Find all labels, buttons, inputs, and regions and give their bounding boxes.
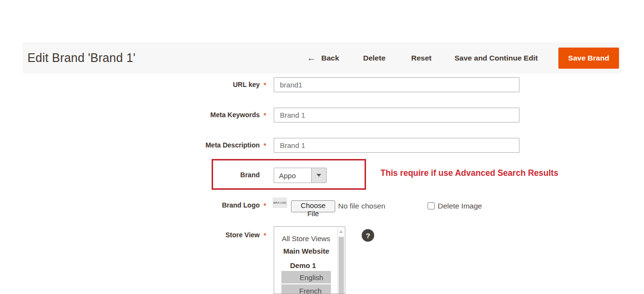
back-arrow-icon: ← <box>307 53 316 62</box>
brand-logo-thumbnail: BRA LOG <box>273 197 287 208</box>
store-view-label: Store View <box>0 231 260 239</box>
scrollbar-thumb[interactable] <box>339 237 344 294</box>
save-and-continue-button[interactable]: Save and Continue Edit <box>455 42 538 74</box>
help-icon[interactable]: ? <box>362 229 374 242</box>
annotation-note: This require if use Advanced Search Resu… <box>380 168 558 178</box>
required-marker: * <box>264 232 266 240</box>
dropdown-arrow-button[interactable] <box>311 168 326 183</box>
meta-keywords-input[interactable] <box>274 108 519 122</box>
delete-image-label[interactable]: Delete Image <box>438 202 482 210</box>
save-brand-button[interactable]: Save Brand <box>558 48 619 69</box>
store-view-multiselect[interactable]: All Store Views Main Website Demo 1 Engl… <box>274 226 345 294</box>
brand-logo-label: Brand Logo <box>0 201 260 209</box>
brand-dropdown-value: Appo <box>274 168 311 183</box>
store-view-option-all[interactable]: All Store Views <box>282 234 330 243</box>
required-marker: * <box>264 142 266 150</box>
store-view-option-label: French <box>281 287 322 294</box>
reset-button[interactable]: Reset <box>411 42 431 74</box>
chevron-down-icon <box>316 174 321 177</box>
store-view-option-label: English <box>281 273 323 282</box>
page-title: Edit Brand 'Brand 1' <box>27 42 136 74</box>
scrollbar-up-icon[interactable] <box>339 230 343 233</box>
page-header: Edit Brand 'Brand 1' ← Back Delete Reset… <box>23 42 621 74</box>
save-and-continue-label: Save and Continue Edit <box>455 54 538 62</box>
required-marker: * <box>264 81 266 89</box>
meta-keywords-label: Meta Keywords <box>0 111 260 119</box>
store-view-option-english-selected[interactable]: English <box>281 271 331 283</box>
brand-label: Brand <box>0 171 260 179</box>
broken-image-icon: BRA LOG <box>273 201 286 204</box>
brand-dropdown[interactable]: Appo <box>274 168 327 183</box>
url-key-input[interactable] <box>274 77 519 92</box>
delete-image-checkbox[interactable] <box>428 202 435 209</box>
delete-button[interactable]: Delete <box>363 42 386 74</box>
store-view-option-french-selected[interactable]: French <box>281 284 331 294</box>
required-marker: * <box>264 202 266 210</box>
back-button[interactable]: ← Back <box>307 42 339 74</box>
reset-button-label: Reset <box>411 54 431 62</box>
required-marker: * <box>264 111 266 120</box>
store-view-option-store[interactable]: Demo 1 <box>290 261 316 270</box>
choose-file-button[interactable]: Choose File <box>291 200 335 212</box>
back-button-label: Back <box>321 54 339 62</box>
store-view-option-website[interactable]: Main Website <box>283 247 329 255</box>
meta-description-label: Meta Description <box>0 141 260 149</box>
delete-button-label: Delete <box>363 54 386 62</box>
scrollbar-track[interactable] <box>337 227 344 294</box>
url-key-label: URL key <box>0 81 260 89</box>
file-status-text: No file chosen <box>338 202 385 210</box>
meta-description-input[interactable] <box>274 138 519 153</box>
